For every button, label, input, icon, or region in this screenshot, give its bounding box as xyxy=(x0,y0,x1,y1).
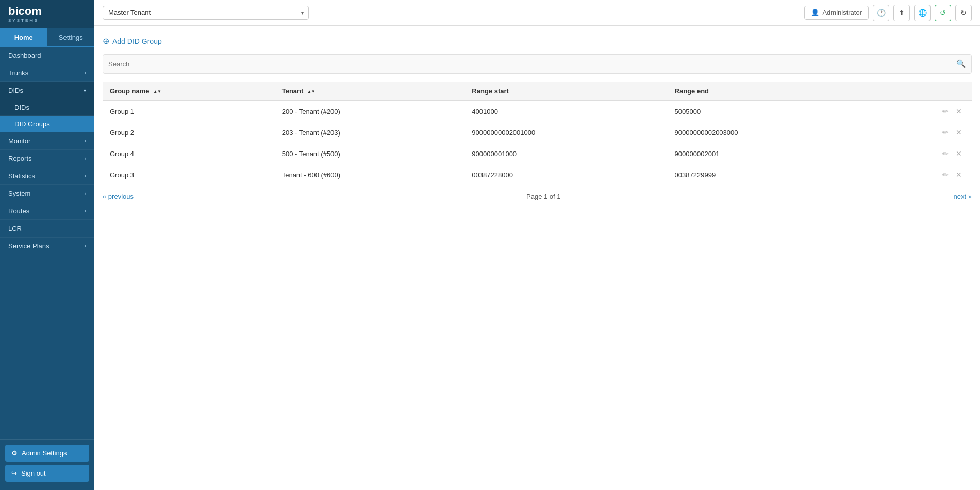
sidebar-item-label: Routes xyxy=(8,207,29,215)
did-groups-table: Group name ▲▼ Tenant ▲▼ Range start Rang… xyxy=(103,82,972,185)
col-range-end: Range end xyxy=(668,82,870,100)
globe-icon-button[interactable]: 🌐 xyxy=(914,5,931,21)
delete-button[interactable]: ✕ xyxy=(953,106,965,116)
sidebar-item-dids[interactable]: DIDs ▾ xyxy=(0,82,94,99)
gear-icon: ⚙ xyxy=(11,449,18,457)
sidebar-item-label: Trunks xyxy=(8,69,28,77)
search-icon: 🔍 xyxy=(956,59,966,69)
cell-range-start: 90000000002001000 xyxy=(464,122,667,143)
sidebar-tabs: Home Settings xyxy=(0,28,94,47)
table-header-row: Group name ▲▼ Tenant ▲▼ Range start Rang… xyxy=(103,82,972,100)
col-actions xyxy=(870,82,972,100)
chevron-right-icon: › xyxy=(85,208,86,214)
search-bar: 🔍 xyxy=(103,54,972,74)
sign-out-label: Sign out xyxy=(21,469,46,477)
delete-button[interactable]: ✕ xyxy=(953,170,965,180)
cell-actions: ✏ ✕ xyxy=(870,143,972,164)
sign-out-button[interactable]: ↪ Sign out xyxy=(5,465,89,482)
sidebar-item-reports[interactable]: Reports › xyxy=(0,150,94,167)
tenant-select-wrapper: Master Tenant ▾ xyxy=(103,6,309,20)
logo-sub: SYSTEMS xyxy=(8,18,42,23)
chevron-right-icon: › xyxy=(85,70,86,76)
cell-group-name: Group 1 xyxy=(103,100,275,122)
table-row: Group 1 200 - Tenant (#200) 4001000 5005… xyxy=(103,100,972,122)
sidebar-bottom: ⚙ Admin Settings ↪ Sign out xyxy=(0,439,94,490)
sidebar-item-lcr[interactable]: LCR xyxy=(0,220,94,238)
sidebar-item-label: System xyxy=(8,190,30,197)
tenant-select[interactable]: Master Tenant xyxy=(103,6,309,20)
sidebar-item-dids-sub[interactable]: DIDs xyxy=(0,99,94,116)
sort-icons[interactable]: ▲▼ xyxy=(153,90,161,94)
col-tenant: Tenant ▲▼ xyxy=(275,82,465,100)
upload-icon: ⬆ xyxy=(899,9,905,17)
signout-icon: ↪ xyxy=(11,469,17,477)
sidebar-item-statistics[interactable]: Statistics › xyxy=(0,167,94,185)
user-icon: 👤 xyxy=(811,9,819,16)
delete-button[interactable]: ✕ xyxy=(953,127,965,138)
cell-tenant: 203 - Tenant (#203) xyxy=(275,122,465,143)
sidebar-item-routes[interactable]: Routes › xyxy=(0,202,94,220)
sidebar-item-trunks[interactable]: Trunks › xyxy=(0,64,94,82)
chevron-right-icon: › xyxy=(85,156,86,161)
sidebar-item-label: Monitor xyxy=(8,137,30,145)
chevron-right-icon: › xyxy=(85,138,86,144)
col-group-name: Group name ▲▼ xyxy=(103,82,275,100)
cell-group-name: Group 2 xyxy=(103,122,275,143)
sort-icons[interactable]: ▲▼ xyxy=(307,90,315,94)
upload-icon-button[interactable]: ⬆ xyxy=(893,5,910,21)
sidebar-item-system[interactable]: System › xyxy=(0,185,94,202)
sidebar: bicom SYSTEMS Home Settings Dashboard Tr… xyxy=(0,0,94,490)
cell-range-end: 00387229999 xyxy=(668,164,870,185)
sidebar-item-service-plans[interactable]: Service Plans › xyxy=(0,238,94,255)
edit-button[interactable]: ✏ xyxy=(940,106,951,116)
cell-tenant: Tenant - 600 (#600) xyxy=(275,164,465,185)
tenant-select-wrap: Master Tenant ▾ xyxy=(103,6,804,20)
clock-icon: 🕐 xyxy=(877,9,886,17)
logo: bicom SYSTEMS xyxy=(0,0,94,28)
tab-settings[interactable]: Settings xyxy=(47,28,95,46)
pagination-info: Page 1 of 1 xyxy=(526,193,561,200)
sidebar-item-monitor[interactable]: Monitor › xyxy=(0,132,94,150)
clock-icon-button[interactable]: 🕐 xyxy=(873,5,889,21)
search-input[interactable] xyxy=(108,60,956,68)
table-row: Group 2 203 - Tenant (#203) 900000000020… xyxy=(103,122,972,143)
sidebar-nav: Dashboard Trunks › DIDs ▾ DIDs DID Group… xyxy=(0,47,94,439)
edit-button[interactable]: ✏ xyxy=(940,170,951,180)
cell-range-start: 4001000 xyxy=(464,100,667,122)
sidebar-item-label: LCR xyxy=(8,225,22,232)
sidebar-item-did-groups[interactable]: DID Groups xyxy=(0,116,94,132)
cell-actions: ✏ ✕ xyxy=(870,122,972,143)
cell-range-end: 5005000 xyxy=(668,100,870,122)
cell-actions: ✏ ✕ xyxy=(870,164,972,185)
sidebar-sub-label: DID Groups xyxy=(14,120,50,128)
globe-icon: 🌐 xyxy=(918,9,927,17)
delete-button[interactable]: ✕ xyxy=(953,148,965,159)
sidebar-item-label: Service Plans xyxy=(8,242,49,250)
topbar: Master Tenant ▾ 👤 Administrator 🕐 ⬆ 🌐 ↺ xyxy=(94,0,980,26)
table-wrap: Group name ▲▼ Tenant ▲▼ Range start Rang… xyxy=(103,82,972,185)
pagination: « previous Page 1 of 1 next » xyxy=(103,193,972,200)
admin-settings-button[interactable]: ⚙ Admin Settings xyxy=(5,445,89,462)
edit-button[interactable]: ✏ xyxy=(940,148,951,159)
table-row: Group 3 Tenant - 600 (#600) 00387228000 … xyxy=(103,164,972,185)
sidebar-item-label: DIDs xyxy=(8,87,23,94)
sidebar-item-label: Statistics xyxy=(8,172,35,180)
col-range-start: Range start xyxy=(464,82,667,100)
tab-home[interactable]: Home xyxy=(0,28,47,46)
edit-button[interactable]: ✏ xyxy=(940,127,951,138)
refresh-alt-icon: ↻ xyxy=(960,9,967,17)
sidebar-sub-label: DIDs xyxy=(14,104,29,111)
logo-text: bicom xyxy=(8,6,42,17)
refresh-alt-button[interactable]: ↻ xyxy=(955,5,972,21)
pagination-prev[interactable]: « previous xyxy=(103,193,134,200)
sidebar-item-dashboard[interactable]: Dashboard xyxy=(0,47,94,64)
add-did-group-label: Add DID Group xyxy=(112,37,162,45)
add-did-group-button[interactable]: ⊕ Add DID Group xyxy=(103,34,162,48)
chevron-right-icon: › xyxy=(85,173,86,179)
plus-circle-icon: ⊕ xyxy=(103,36,109,46)
sidebar-item-label: Dashboard xyxy=(8,52,41,59)
refresh-green-button[interactable]: ↺ xyxy=(935,5,951,21)
pagination-next[interactable]: next » xyxy=(954,193,972,200)
admin-label: Administrator xyxy=(822,9,862,16)
cell-group-name: Group 3 xyxy=(103,164,275,185)
